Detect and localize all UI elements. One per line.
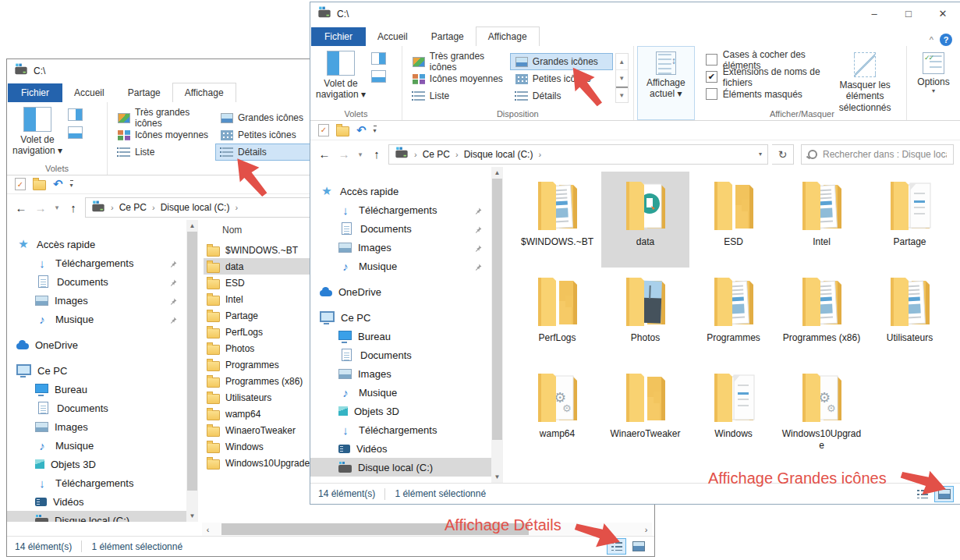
sidebar-item[interactable]: Images xyxy=(310,364,491,383)
ribbon-tab[interactable]: Affichage xyxy=(476,27,540,47)
hide-selected-button[interactable]: Masquer les éléments sélectionnés xyxy=(828,52,902,113)
back-button[interactable]: ← xyxy=(317,147,332,161)
scroll-right-icon[interactable]: › xyxy=(640,525,652,534)
breadcrumb-disque-local[interactable]: Disque local (C:) xyxy=(464,149,533,160)
scroll-down-icon[interactable]: ▼ xyxy=(491,471,503,483)
forward-button[interactable]: → xyxy=(336,147,352,161)
folder-tile[interactable]: ⚙⚙ $WINDOWS.~BT xyxy=(513,172,601,268)
history-dropdown-icon[interactable]: ▾ xyxy=(356,151,365,158)
nav-pane-button[interactable]: Volet de navigation ▾ xyxy=(315,51,367,101)
view-option[interactable]: Grandes icônes xyxy=(215,109,318,126)
up-button[interactable]: ↑ xyxy=(369,147,384,161)
ribbon-tab[interactable]: Accueil xyxy=(366,27,420,46)
undo-icon[interactable]: ↶ xyxy=(356,123,367,137)
folder-tile[interactable]: ⚙⚙ ESD xyxy=(689,172,778,268)
folder-tile[interactable]: ⚙⚙ data xyxy=(601,172,689,268)
current-view-button[interactable]: Affichage actuel ▾ xyxy=(637,46,695,120)
ribbon-tab[interactable]: Affichage xyxy=(172,83,236,103)
sidebar-item[interactable]: Documents xyxy=(310,219,491,238)
address-dropdown-icon[interactable]: ▾ xyxy=(759,151,762,158)
view-option[interactable]: Icônes moyennes xyxy=(407,70,510,87)
sidebar-item[interactable]: Documents xyxy=(7,399,186,417)
properties-icon[interactable]: ✓ xyxy=(318,124,329,136)
new-folder-icon[interactable] xyxy=(33,180,46,190)
sidebar-item[interactable]: Bureau xyxy=(310,327,491,346)
view-option[interactable]: Grandes icônes xyxy=(510,53,613,70)
new-folder-icon[interactable] xyxy=(336,126,349,136)
search-box[interactable]: Rechercher dans : Disque local (C:) xyxy=(801,144,954,165)
view-option[interactable]: Icônes moyennes xyxy=(112,126,215,144)
breadcrumb-ce-pc[interactable]: Ce PC xyxy=(119,202,147,213)
folder-tile[interactable]: ⚙⚙ Windows10Upgrade xyxy=(778,363,866,459)
ribbon-tab[interactable]: Partage xyxy=(116,83,172,102)
sidebar-item[interactable]: Accès rapide xyxy=(7,235,186,253)
folder-tile[interactable]: ⚙⚙ wamp64 xyxy=(513,363,601,459)
scroll-up-icon[interactable]: ▲ xyxy=(186,220,198,232)
sidebar-item[interactable]: Objets 3D xyxy=(7,455,186,473)
sidebar-item[interactable]: Musique xyxy=(7,436,186,455)
folder-tile[interactable]: ⚙⚙ Intel xyxy=(778,172,866,268)
sidebar-item[interactable]: Disque local (C:) xyxy=(7,511,186,522)
thumbnails-view-toggle[interactable] xyxy=(629,538,648,555)
preview-pane-icon[interactable] xyxy=(68,108,83,121)
scroll-up-icon[interactable]: ▲ xyxy=(491,167,503,179)
qat-dropdown-icon[interactable]: ▾ xyxy=(70,180,73,189)
sidebar-item[interactable]: Musique xyxy=(310,383,491,402)
sidebar-item[interactable]: Vidéos xyxy=(7,492,186,511)
view-list-scroll[interactable]: ▲▼▼ xyxy=(615,53,629,103)
sidebar-item[interactable]: Musique xyxy=(7,310,186,328)
sidebar-item[interactable]: Images xyxy=(7,417,186,436)
ribbon-tab[interactable]: Fichier xyxy=(8,83,62,102)
folder-tile[interactable]: ⚙⚙ Programmes (x86) xyxy=(778,268,866,363)
forward-button[interactable]: → xyxy=(33,201,48,214)
scroll-down-icon[interactable]: ▼ xyxy=(186,510,198,522)
back-button[interactable]: ← xyxy=(13,201,29,214)
sidebar-item[interactable]: Bureau xyxy=(7,380,186,399)
details-pane-icon[interactable] xyxy=(371,70,386,83)
minimize-button[interactable]: – xyxy=(857,2,891,25)
preview-pane-icon[interactable] xyxy=(371,52,386,65)
folder-tile[interactable]: ⚙⚙ Windows xyxy=(689,363,778,459)
nav-pane-button[interactable]: Volet de navigation ▾ xyxy=(12,107,63,157)
sidebar-item[interactable]: Téléchargements xyxy=(7,253,186,272)
ribbon-tab[interactable]: Fichier xyxy=(311,27,366,46)
view-option[interactable]: Très grandes icônes xyxy=(407,53,510,70)
scroll-left-icon[interactable]: ‹ xyxy=(202,525,214,534)
options-button[interactable]: Options ▾ xyxy=(912,52,955,95)
sidebar-scrollbar[interactable]: ▲ ▼ xyxy=(186,220,198,522)
sidebar-scrollbar[interactable]: ▲ ▼ xyxy=(491,167,503,483)
folder-tile[interactable]: ⚙⚙ PerfLogs xyxy=(513,268,601,363)
sidebar-item[interactable]: Téléchargements xyxy=(7,473,186,492)
help-icon[interactable]: ? xyxy=(940,34,952,46)
titlebar[interactable]: C:\ – □ ✕ xyxy=(310,2,960,25)
folder-tile[interactable]: ⚙⚙ Partage xyxy=(866,172,954,268)
sidebar-item[interactable]: Images xyxy=(310,238,491,257)
close-button[interactable]: ✕ xyxy=(926,2,960,25)
view-option[interactable]: Liste xyxy=(407,87,510,105)
folder-tile[interactable]: ⚙⚙ WinaeroTweaker xyxy=(601,363,689,459)
properties-icon[interactable]: ✓ xyxy=(15,178,26,190)
collapse-ribbon-icon[interactable]: ^ xyxy=(930,35,933,44)
sidebar-item[interactable]: Documents xyxy=(7,272,186,291)
breadcrumb-disque-local[interactable]: Disque local (C:) xyxy=(161,202,230,213)
view-option[interactable]: Très grandes icônes xyxy=(112,109,215,126)
sidebar-item[interactable]: Ce PC xyxy=(310,308,491,327)
up-button[interactable]: ↑ xyxy=(66,201,81,214)
sidebar-item[interactable]: Ce PC xyxy=(7,361,186,380)
sidebar-item[interactable]: Musique xyxy=(310,257,491,275)
view-option[interactable]: Détails xyxy=(215,144,318,161)
view-option[interactable]: Liste xyxy=(112,144,215,161)
view-option[interactable]: Petites icônes xyxy=(215,126,318,144)
sidebar-item[interactable]: Vidéos xyxy=(310,439,491,458)
scrollbar-thumb[interactable] xyxy=(492,179,502,440)
maximize-button[interactable]: □ xyxy=(891,2,926,25)
sidebar-item[interactable]: Téléchargements xyxy=(310,420,491,439)
sidebar-item[interactable]: Disque local (C:) xyxy=(310,458,491,477)
ribbon-tab[interactable]: Accueil xyxy=(62,83,116,102)
folder-tile[interactable]: ⚙⚙ Programmes xyxy=(689,268,778,363)
folder-tile[interactable]: ⚙⚙ Photos xyxy=(601,268,689,363)
sidebar-item[interactable]: OneDrive xyxy=(7,335,186,354)
sidebar-item[interactable]: Images xyxy=(7,291,186,310)
ribbon-checkbox[interactable]: ✔ Extensions de noms de fichiers xyxy=(706,70,822,83)
ribbon-tab[interactable]: Partage xyxy=(420,27,476,46)
